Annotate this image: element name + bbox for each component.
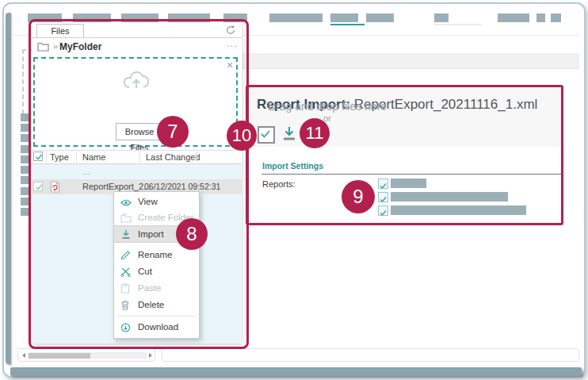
menu-item-view[interactable]: View [114, 194, 199, 209]
folder-icon [37, 41, 49, 52]
side-icon-redacted[interactable] [21, 187, 29, 195]
menu-item-download[interactable]: Download [114, 319, 199, 335]
side-icon-redacted[interactable] [21, 145, 29, 153]
nav-item-redacted[interactable] [28, 13, 62, 22]
report-checkbox[interactable] [378, 192, 388, 202]
screenshot-canvas: Report Import: ReportExport_20211116_1.x… [0, 0, 588, 380]
report-name-redacted [391, 192, 508, 202]
annotation-badge-11: 11 [300, 118, 330, 148]
select-all-checkbox[interactable] [33, 152, 43, 161]
side-icon-redacted[interactable] [21, 208, 29, 216]
import-icon[interactable] [281, 125, 298, 142]
menu-item-paste: Paste [114, 280, 199, 296]
report-checkbox[interactable] [378, 178, 388, 189]
file-name: ReportExport_2... [82, 182, 151, 191]
create-folder-icon [120, 212, 132, 223]
menu-separator [117, 316, 196, 317]
browse-files-button[interactable]: Browse Files [116, 123, 163, 140]
clipboard-icon [120, 282, 132, 294]
reports-label: Reports: [262, 179, 296, 189]
annotation-badge-9: 9 [342, 180, 375, 213]
scrollbar-thumb[interactable] [29, 353, 90, 359]
annotation-badge-8: 8 [176, 218, 208, 250]
side-icon-redacted[interactable] [21, 134, 29, 142]
column-divider [76, 152, 77, 163]
nav-item-redacted[interactable] [168, 13, 210, 22]
breadcrumb-separator: » [53, 41, 58, 51]
import-settings-heading: Import Settings [262, 161, 323, 171]
secondary-toolbar-band [242, 53, 579, 69]
active-tab-underline [330, 24, 365, 25]
column-divider [46, 152, 47, 163]
side-icon-redacted[interactable] [21, 113, 29, 121]
nav-icon-redacted[interactable] [551, 13, 561, 22]
nav-item-redacted[interactable] [121, 13, 158, 22]
close-icon[interactable]: × [227, 59, 233, 71]
menu-item-delete[interactable]: Delete [114, 297, 199, 313]
breadcrumb: » MyFolder ... [32, 38, 242, 56]
window-bottom-bar [10, 367, 582, 376]
menu-item-cut[interactable]: Cut [114, 263, 199, 279]
column-divider [139, 152, 140, 163]
nav-item-redacted[interactable] [223, 13, 247, 22]
side-icon-redacted[interactable] [21, 198, 29, 205]
horizontal-scrollbar[interactable] [17, 348, 155, 362]
import-settings-divider [262, 174, 561, 175]
side-icon-redacted[interactable] [21, 155, 29, 163]
column-header-name[interactable]: Name [82, 152, 105, 162]
nav-item-redacted[interactable] [434, 13, 449, 22]
file-last-changed: 06/12/2021 09:52:31 [144, 182, 220, 191]
nav-underline [434, 24, 482, 25]
nav-item-redacted[interactable] [498, 13, 529, 22]
annotation-badge-10: 10 [227, 121, 257, 151]
scroll-right-arrow[interactable] [149, 353, 152, 358]
nav-item-redacted[interactable] [73, 13, 111, 22]
xml-file-icon [50, 181, 60, 193]
window-left-edge [6, 13, 11, 364]
breadcrumb-folder[interactable]: MyFolder [59, 41, 101, 52]
refresh-icon[interactable] [225, 25, 236, 36]
scroll-left-arrow[interactable] [22, 353, 25, 358]
report-name-redacted [391, 205, 526, 215]
side-icon-redacted[interactable] [21, 176, 29, 184]
row-checkbox[interactable] [33, 182, 43, 191]
side-icon-redacted[interactable] [21, 124, 29, 132]
right-pane-scroll-area [162, 348, 579, 362]
nav-item-redacted-active[interactable] [330, 13, 358, 22]
checkbox-icon[interactable] [258, 126, 275, 144]
dropzone-message: Drag and drop files here [33, 100, 588, 113]
parent-folder-label: ... [82, 167, 90, 176]
import-icon [120, 228, 132, 240]
report-name-redacted [391, 178, 426, 188]
side-icon-redacted[interactable] [21, 166, 29, 174]
parent-folder-row[interactable]: ... [32, 165, 242, 180]
eye-icon [120, 196, 132, 207]
pencil-icon [120, 249, 132, 260]
nav-item-redacted[interactable] [269, 13, 323, 22]
annotation-badge-7: 7 [157, 116, 189, 148]
column-header-type[interactable]: Type [50, 152, 69, 162]
download-icon [120, 321, 132, 332]
cloud-upload-icon [122, 70, 151, 90]
column-divider [196, 152, 197, 163]
nav-icon-redacted[interactable] [536, 13, 545, 22]
context-menu: View Create Folder Import Rename Cut [113, 191, 200, 339]
nav-item-redacted[interactable] [366, 13, 394, 22]
scissors-icon [120, 266, 132, 277]
trash-icon [120, 299, 132, 310]
breadcrumb-more-button[interactable]: ... [227, 37, 238, 49]
tab-files[interactable]: Files [36, 24, 84, 38]
report-checkbox[interactable] [378, 205, 388, 216]
